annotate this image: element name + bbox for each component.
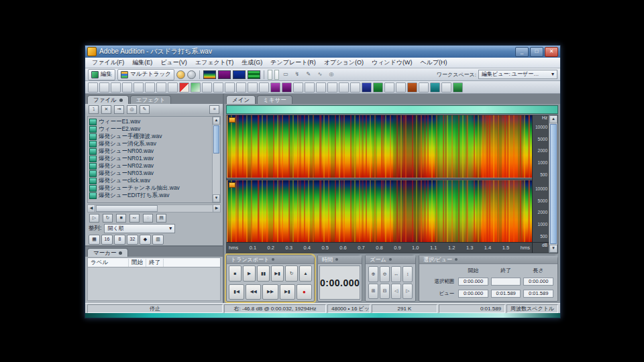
scrub-tool-icon[interactable]: ∿ [315,70,325,79]
menu-item[interactable]: 生成(G) [237,58,266,67]
filter-icon[interactable] [362,82,372,93]
frequency-view-button[interactable] [248,70,260,79]
file-list-item[interactable]: 爆発シューNR02.wav [89,162,211,170]
zoom-button[interactable]: ↔ [391,266,401,282]
cd-project-icon[interactable] [176,70,185,79]
filter-toggle-button[interactable]: 8 [114,235,125,245]
filter-toggle-button[interactable]: ▥ [152,235,164,245]
file-list-item[interactable]: 爆発シューEDIT打ち系.wav [89,192,211,199]
zoom-panel-tab[interactable]: ズーム [366,255,415,264]
file-list-scrollbar[interactable]: ▲ ▼ [212,117,220,202]
save-file-icon[interactable] [111,82,121,93]
selection-panel-tab[interactable]: 選択/ビュー [419,255,557,264]
auto-play-icon[interactable]: ∾ [129,214,140,223]
selection-start-field[interactable]: 0:00.000 [458,278,488,286]
tab-mixer[interactable]: ミキサー [257,95,292,104]
file-list-item[interactable]: 爆発シュー消化系.wav [89,140,211,147]
overview-navigation-bar[interactable] [226,105,558,114]
view-start-field[interactable]: 0:00.000 [458,290,488,298]
file-list-item[interactable]: 爆発シューNR00.wav [89,147,211,155]
spectrogram-left-channel[interactable] [227,115,532,178]
pitch-icon[interactable] [350,82,360,93]
cut-icon[interactable] [133,82,144,93]
transport-button[interactable]: ▮◀ [229,284,244,300]
cd-burn-icon[interactable] [396,82,406,93]
preferences-icon[interactable] [441,82,451,93]
filter-toggle-button[interactable]: ▦ [89,235,100,245]
scroll-up-icon[interactable]: ▲ [213,117,220,125]
transport-panel-tab[interactable]: トランスポート [227,255,314,264]
tab-menu-icon[interactable] [272,258,274,261]
tab-menu-icon[interactable] [119,251,122,255]
loop-icon[interactable] [407,82,417,93]
edit-file-icon[interactable]: ✎ [140,105,150,114]
fade-icon[interactable] [259,82,269,93]
batch-icon[interactable] [384,82,394,93]
file-list-item[interactable]: 爆発シューclick.wav [89,177,211,184]
analyze-icon[interactable] [373,82,383,93]
menu-item[interactable]: エフェクト(T) [191,58,238,67]
menu-item[interactable]: 編集(E) [128,58,156,67]
file-list-item[interactable]: ウィーーE2.wav [89,125,211,133]
convert-sample-type-icon[interactable] [213,82,223,93]
play-file-icon[interactable]: ▷ [89,214,99,223]
selection-length-field[interactable]: 0:00.000 [523,278,553,286]
delay-icon[interactable] [305,82,315,93]
trim-icon[interactable] [202,82,212,93]
zoom-button[interactable]: ⊞ [368,284,378,300]
options-icon[interactable]: ▤ [156,214,166,223]
new-file-icon[interactable] [88,82,98,93]
save-as-icon[interactable] [122,82,132,93]
delete-icon[interactable] [191,82,201,93]
effects-rack-icon[interactable] [270,82,280,93]
scroll-down-icon[interactable]: ▼ [213,194,220,202]
zoom-button[interactable]: ▷ [402,284,413,300]
scroll-thumb[interactable] [213,125,219,154]
tab-menu-icon[interactable] [455,258,458,261]
spectral-view-button[interactable] [203,70,216,79]
sort-dropdown[interactable]: 開く順 ▾ [104,224,175,233]
pencil-tool-icon[interactable]: ✎ [304,70,313,79]
transport-button[interactable]: ■ [229,265,241,282]
transport-button[interactable]: ↻ [285,265,298,282]
view-length-field[interactable]: 0:01.589 [523,290,553,298]
metronome-icon[interactable] [419,82,429,93]
file-list-item[interactable]: 爆発シュー手榴弾波.wav [89,133,211,140]
close-file-icon[interactable]: ✕ [101,105,111,114]
main-vertical-scrollbar[interactable]: ▲ ▼ [549,115,557,253]
open-file-icon[interactable] [99,82,109,93]
scroll-thumb[interactable] [96,205,158,212]
file-list-hscrollbar[interactable]: ◀ ▶ [87,204,221,213]
maximize-button[interactable]: □ [530,47,543,57]
scripts-icon[interactable] [453,82,463,93]
workspace-dropdown[interactable]: 編集ビュー: ユーザー… ▾ [478,70,557,79]
tab-marker[interactable]: マーカー [87,248,128,257]
view-end-field[interactable]: 0:01.589 [491,290,521,298]
multitrack-view-button[interactable]: マルチトラック [117,69,174,80]
zoom-button[interactable]: ↕ [402,266,413,282]
scroll-thumb[interactable] [550,124,557,244]
copy-icon[interactable] [145,82,155,93]
transport-button[interactable]: ▲ [299,265,312,282]
zoom-button[interactable]: ⊖ [380,266,390,282]
tab-effects[interactable]: エフェクト [130,95,172,104]
playhead-cursor[interactable] [227,115,227,178]
zoom-tool-icon[interactable]: ◎ [327,70,336,79]
redo-icon[interactable] [179,82,189,93]
menu-item[interactable]: ヘルプ(H) [416,58,451,67]
selection-tool-icon[interactable]: ▭ [281,70,290,79]
scroll-left-icon[interactable]: ◀ [88,205,95,212]
amplify-icon[interactable] [248,82,258,93]
mixer-icon[interactable] [430,82,440,93]
time-ruler[interactable]: hms0.10.20.30.40.50.60.70.80.91.01.11.21… [227,242,532,253]
reverb-icon[interactable] [293,82,303,93]
loop-play-icon[interactable]: ↻ [103,214,113,223]
insert-into-multitrack-icon[interactable]: ⇥ [114,105,124,114]
waveform-view-button[interactable] [218,70,231,79]
file-list-item[interactable]: 爆発シューNR01.wav [89,155,211,162]
marquee-tool-button[interactable] [274,70,279,80]
playhead-cursor[interactable] [227,180,227,243]
transport-button[interactable]: ▶▮ [271,265,284,282]
time-panel-tab[interactable]: 時間 [318,255,362,264]
transport-button[interactable]: ▶▮ [280,284,295,300]
